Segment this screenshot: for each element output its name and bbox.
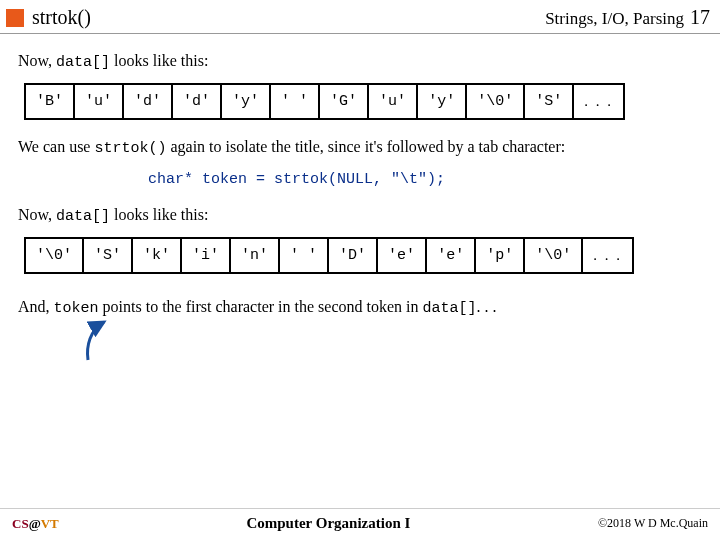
slide-header: strtok() Strings, I/O, Parsing 17 [0,0,720,34]
para4-text-a: And, [18,298,54,315]
page-number: 17 [690,6,710,29]
array-cell: '\0' [26,239,84,272]
array-cell: 'i' [182,239,231,272]
paragraph-2: We can use strtok() again to isolate the… [18,138,702,157]
slide-content: Now, data[] looks like this: 'B' 'u' 'd'… [0,34,720,317]
array-cell: 'e' [427,239,476,272]
array-cell: 'G' [320,85,369,118]
array-cell: 'y' [222,85,271,118]
array-cell: 'd' [124,85,173,118]
para4-text-c: . . . [477,298,497,315]
array-cell: 'y' [418,85,467,118]
para4-code1: token [54,300,99,317]
array-cell: 'B' [26,85,75,118]
para3-text-a: Now, [18,206,56,223]
para4-text-b: points to the first character in the sec… [99,298,423,315]
array-cell: 'u' [369,85,418,118]
para1-text-a: Now, [18,52,56,69]
footer-cs: CS [12,516,29,531]
array-cell: '\0' [467,85,525,118]
section-label: Strings, I/O, Parsing [545,9,684,29]
slide-section-page: Strings, I/O, Parsing 17 [545,6,710,29]
array-ellipsis: . . . [574,85,623,118]
array-cell: 'k' [133,239,182,272]
char-array-2: '\0' 'S' 'k' 'i' 'n' ' ' 'D' 'e' 'e' 'p'… [24,237,634,274]
array-cell: '\0' [525,239,583,272]
array-cell: 'n' [231,239,280,272]
para1-code: data[] [56,54,110,71]
paragraph-1: Now, data[] looks like this: [18,52,702,71]
para2-text-a: We can use [18,138,94,155]
footer-copyright: ©2018 W D Mc.Quain [598,516,708,531]
pointer-arrow-icon [80,318,130,366]
paragraph-4: And, token points to the first character… [18,298,702,317]
array-cell: 'd' [173,85,222,118]
array-cell: 'S' [525,85,574,118]
footer-center: Computer Organization I [246,515,410,532]
slide-footer: CS@VT Computer Organization I ©2018 W D … [0,508,720,540]
para4-code2: data[] [422,300,476,317]
para1-text-b: looks like this: [110,52,208,69]
para2-code: strtok() [94,140,166,157]
char-array-1: 'B' 'u' 'd' 'd' 'y' ' ' 'G' 'u' 'y' '\0'… [24,83,625,120]
para3-text-b: looks like this: [110,206,208,223]
header-accent-square [6,9,24,27]
array-cell: 'D' [329,239,378,272]
para2-text-b: again to isolate the title, since it's f… [166,138,565,155]
array-cell: ' ' [271,85,320,118]
array-cell: 'e' [378,239,427,272]
footer-left: CS@VT [12,516,59,532]
slide-title: strtok() [32,6,545,29]
array-cell: 'u' [75,85,124,118]
array-cell: 'S' [84,239,133,272]
array-ellipsis: . . . [583,239,632,272]
array-cell: 'p' [476,239,525,272]
footer-at: @ [29,516,41,531]
paragraph-3: Now, data[] looks like this: [18,206,702,225]
footer-vt: VT [41,516,59,531]
array-cell: ' ' [280,239,329,272]
code-block: char* token = strtok(NULL, "\t"); [148,171,702,188]
para3-code: data[] [56,208,110,225]
